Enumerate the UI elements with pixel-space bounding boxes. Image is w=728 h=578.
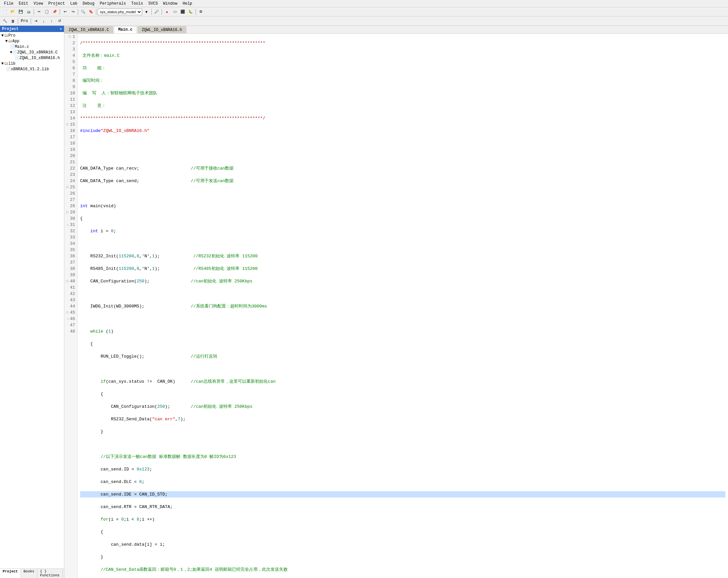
fold-29[interactable]: □ <box>66 209 68 215</box>
tab-functions[interactable]: { } Functions <box>37 569 62 578</box>
search-btn[interactable]: 🔎 <box>153 8 160 16</box>
fold-45[interactable]: □ <box>66 310 68 316</box>
code-line-2: 文件名称：main.C <box>80 52 725 59</box>
tree-label-libfile: xBNRA16_V1.2.lib <box>11 67 49 72</box>
code-line-21 <box>80 291 725 297</box>
project-bottom-tabs: Project Books { } Functions Templates <box>0 569 64 578</box>
reset-btn[interactable]: ↺ <box>56 18 63 25</box>
ln-19: 19 <box>66 147 75 153</box>
tree-item-app[interactable]: ▼ 🗂 App <box>1 38 63 44</box>
ln-17: 17 <box>66 134 75 140</box>
run-btn[interactable]: ● <box>163 8 171 16</box>
new-btn[interactable]: 📄 <box>1 8 8 16</box>
warning-46: ⚠ <box>67 316 69 322</box>
ln-44: 44 <box>66 303 75 310</box>
menu-lab[interactable]: Lab <box>68 1 80 7</box>
ln-16: 16 <box>66 128 75 134</box>
file-tab-mainc[interactable]: Main.c <box>114 26 136 33</box>
code-line-4: 编写时间： <box>80 78 725 84</box>
code-area: ZQWL_IO_xBNRA16.C Main.c ZQWL_IO_xBNRA16… <box>64 26 728 578</box>
save-all-btn[interactable]: 🗂 <box>25 8 32 16</box>
ln-15: □15 <box>66 122 75 128</box>
tree-item-pro[interactable]: ▼ 🗂 Pro <box>1 33 63 38</box>
model-select[interactable]: sys_status.phy_model <box>98 8 142 15</box>
code-line-31: RS232_Send_Data("can err",7); <box>80 416 725 422</box>
fold-15[interactable]: □ <box>66 122 68 128</box>
menu-tools[interactable]: Tools <box>129 1 146 7</box>
file-tab-zqwlh[interactable]: ZQWL_IO_xBNRA16.h <box>137 26 186 33</box>
fold-25[interactable]: □ <box>66 184 68 190</box>
menu-project[interactable]: Project <box>46 1 67 7</box>
ln-24: 24 <box>66 178 75 184</box>
menu-edit[interactable]: Edit <box>16 1 31 7</box>
menu-window[interactable]: Window <box>161 1 180 7</box>
sep5 <box>151 9 152 15</box>
debug-btn[interactable]: 🐛 <box>187 8 194 16</box>
menu-svcs[interactable]: SVCS <box>146 1 161 7</box>
tree-item-lib[interactable]: ▼ 🗂 lib <box>1 61 63 66</box>
step-over-btn[interactable]: ⇥ <box>32 18 40 25</box>
tree-expand-zqwlc: ▼ <box>10 50 12 55</box>
config-label: Pro <box>20 19 29 23</box>
stop-btn[interactable]: ⬛ <box>179 8 186 16</box>
menu-bar: File Edit View Project Lab Debug Periphe… <box>0 0 728 7</box>
code-line-16: int i = 0; <box>80 228 725 234</box>
bookmark-btn[interactable]: 🔖 <box>87 8 95 16</box>
fold-40[interactable]: □ <box>66 278 68 284</box>
code-editor[interactable]: □1 2 3 4 5 6 7 8 9 10 11 12 13 14 □15 16… <box>64 34 728 578</box>
code-line-39: for(i = 0;i < 8;i ++) <box>80 516 725 523</box>
step-out-btn[interactable]: ↑ <box>48 18 55 25</box>
code-line-42: } <box>80 554 725 560</box>
find-btn[interactable]: 🔍 <box>79 8 87 16</box>
code-line-33 <box>80 441 725 447</box>
ln-38: 38 <box>66 266 75 272</box>
cut-btn[interactable]: ✂ <box>35 8 43 16</box>
code-line-34: //以下演示发送一帧can数据 标准数据帧 数据长度为8 帧ID为0x123 <box>80 454 725 460</box>
dropdown-btn[interactable]: ▼ <box>143 8 150 16</box>
code-line-19: RS485_Init(115200,8,'N',1); //RS485初始化 波… <box>80 266 725 272</box>
ln-43: 43 <box>66 297 75 303</box>
ln-6: 6 <box>66 65 75 71</box>
step-into-btn[interactable]: ↓ <box>40 18 48 25</box>
project-tree: ▼ 🗂 Pro ▼ 🗂 App 📄 Main.c ▼ 📄 ZQWL_IO_xBN… <box>0 32 64 569</box>
tab-books[interactable]: Books <box>21 569 37 578</box>
menu-help[interactable]: Help <box>180 1 195 7</box>
code-line-27 <box>80 366 725 372</box>
settings-btn[interactable]: ⚙ <box>197 8 205 16</box>
ln-21: 21 <box>66 159 75 165</box>
code-line-24: while (1) <box>80 328 725 335</box>
code-line-6: 注 意： <box>80 103 725 109</box>
menu-file[interactable]: File <box>1 1 16 7</box>
ln-42: 42 <box>66 291 75 297</box>
save-btn[interactable]: 💾 <box>17 8 24 16</box>
code-line-3: 功 能： <box>80 65 725 71</box>
copy-btn[interactable]: 📋 <box>43 8 50 16</box>
code-line-8: #include "ZQWL_IO_xBNRA16.h" <box>80 128 725 134</box>
sep4 <box>96 9 96 15</box>
menu-peripherals[interactable]: Peripherals <box>97 1 128 7</box>
clean-btn[interactable]: 🗑 <box>9 18 17 25</box>
panel-controls[interactable]: ✕ <box>60 26 62 31</box>
sep8 <box>18 18 18 24</box>
ln-40: □40 <box>66 278 75 284</box>
menu-debug[interactable]: Debug <box>80 1 97 7</box>
tree-item-zqwlh[interactable]: 📄 ZQWL_IO_xBNRA16.h <box>1 55 63 61</box>
tree-item-mainc[interactable]: 📄 Main.c <box>1 44 63 50</box>
undo-btn[interactable]: ↩ <box>61 8 69 16</box>
tab-project[interactable]: Project <box>0 569 21 578</box>
fold-1[interactable]: □ <box>69 34 71 40</box>
code-line-9 <box>80 140 725 147</box>
ln-12: 12 <box>66 103 75 109</box>
paste-btn[interactable]: 📌 <box>51 8 58 16</box>
ln-1: □1 <box>66 34 75 40</box>
redo-btn[interactable]: ↪ <box>69 8 77 16</box>
tree-item-libfile[interactable]: 📄 xBNRA16_V1.2.lib <box>1 66 63 72</box>
build-btn[interactable]: 🔨 <box>1 18 8 25</box>
menu-view[interactable]: View <box>31 1 46 7</box>
file-tab-zqwlc[interactable]: ZQWL_IO_xBNRA16.C <box>64 26 113 33</box>
pause-btn[interactable]: ⬭ <box>171 8 178 16</box>
code-content[interactable]: /***************************************… <box>78 34 728 578</box>
open-btn[interactable]: 📂 <box>9 8 17 16</box>
tree-item-zqwlc[interactable]: ▼ 📄 ZQWL_IO_xBNRA16.C <box>1 50 63 55</box>
code-line-15: { <box>80 215 725 222</box>
